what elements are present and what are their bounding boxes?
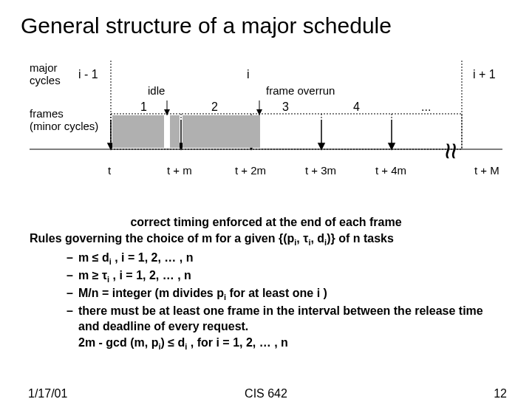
body-text: correct timing enforced at the end of ea… bbox=[30, 214, 502, 352]
frame-num-1: 1 bbox=[140, 100, 147, 114]
b3b: for at least one i ) bbox=[226, 287, 327, 299]
tick-t-3m: t + 3m bbox=[305, 164, 336, 177]
tick-t-2m: t + 2m bbox=[235, 164, 266, 177]
center-statement: correct timing enforced at the end of ea… bbox=[30, 214, 502, 231]
svg-marker-27 bbox=[164, 109, 170, 115]
major-cycles-label: majorcycles bbox=[30, 62, 74, 86]
tick-t-M: t + M bbox=[474, 164, 499, 177]
b4b: 2m - gcd (m, p bbox=[78, 336, 158, 349]
svg-rect-23 bbox=[227, 115, 260, 148]
b4c: ) ≤ d bbox=[161, 336, 185, 349]
bullet-1: m ≤ di , i = 1, 2, … , n bbox=[66, 250, 502, 267]
approx-symbol: ≈ bbox=[434, 143, 468, 160]
rules-intro-c: , d bbox=[310, 232, 324, 245]
cycle-prev-label: i - 1 bbox=[78, 68, 98, 81]
svg-rect-19 bbox=[112, 115, 164, 148]
svg-rect-20 bbox=[170, 115, 180, 148]
cycle-next-label: i + 1 bbox=[473, 68, 496, 81]
footer-page: 12 bbox=[494, 387, 507, 399]
tick-t-4m: t + 4m bbox=[375, 164, 406, 177]
bullet-3: M/n = integer (m divides pi for at least… bbox=[66, 285, 502, 303]
svg-marker-10 bbox=[389, 143, 395, 149]
idle-label: idle bbox=[148, 84, 165, 97]
bullet-4: there must be at least one frame in the … bbox=[66, 303, 502, 352]
b2a: m ≥ τ bbox=[78, 269, 107, 282]
svg-marker-25 bbox=[256, 109, 262, 115]
slide-title: General structure of a major schedule bbox=[0, 0, 532, 38]
rules-intro: Rules governing the choice of m for a gi… bbox=[30, 231, 502, 248]
frame-num-ellipsis: ... bbox=[421, 100, 431, 114]
bullet-2: m ≥ τi , i = 1, 2, … , n bbox=[66, 267, 502, 285]
b3a: M/n = integer (m divides p bbox=[78, 287, 224, 299]
overrun-label: frame overrun bbox=[266, 84, 335, 97]
rules-intro-d: )} of n tasks bbox=[327, 232, 394, 245]
b4d: , for i = 1, 2, … , n bbox=[187, 336, 287, 349]
svg-rect-22 bbox=[183, 115, 227, 148]
rules-intro-a: Rules governing the choice of m for a gi… bbox=[30, 232, 294, 245]
schedule-diagram: majorcycles i - 1 i i + 1 idle frame ove… bbox=[30, 61, 502, 186]
frame-num-4: 4 bbox=[353, 100, 360, 114]
tick-t-m: t + m bbox=[167, 164, 192, 177]
b1b: , i = 1, 2, … , n bbox=[112, 251, 194, 264]
svg-rect-21 bbox=[164, 115, 170, 148]
rules-intro-b: , τ bbox=[296, 232, 308, 245]
b2b: , i = 1, 2, … , n bbox=[109, 269, 191, 282]
tick-t: t bbox=[108, 164, 111, 177]
frames-label: frames(minor cycles) bbox=[30, 108, 98, 132]
b1a: m ≤ d bbox=[78, 251, 109, 264]
frame-num-3: 3 bbox=[282, 100, 289, 114]
cycle-curr-label: i bbox=[247, 68, 250, 81]
svg-marker-8 bbox=[318, 143, 324, 149]
frame-num-2: 2 bbox=[211, 100, 218, 114]
b4a: there must be at least one frame in the … bbox=[78, 304, 483, 333]
footer-course: CIS 642 bbox=[0, 387, 532, 399]
